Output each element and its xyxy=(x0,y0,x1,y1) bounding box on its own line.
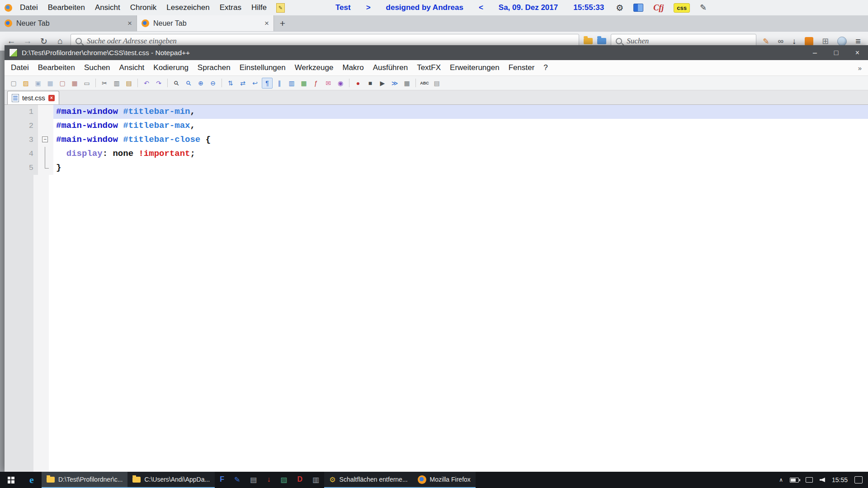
start-button[interactable] xyxy=(0,472,22,488)
npp-menu-erweiterungen[interactable]: Erweiterungen xyxy=(445,61,504,75)
doc-map-icon[interactable]: ▥ xyxy=(286,78,297,89)
firefox-menu-bearbeiten[interactable]: Bearbeiten xyxy=(43,1,90,14)
close-button[interactable]: × xyxy=(847,45,868,60)
forward-button[interactable]: → xyxy=(22,36,33,46)
highlighter-icon[interactable]: ✎ xyxy=(763,37,769,46)
npp-menu-suchen[interactable]: Suchen xyxy=(80,61,115,75)
print-icon[interactable]: ▭ xyxy=(81,78,92,89)
taskbar-button-firefox-window[interactable]: Mozilla Firefox xyxy=(413,472,476,488)
firefox-menu-hilfe[interactable]: Hilfe xyxy=(246,1,272,14)
taskbar-button-printer-app[interactable]: ▥ xyxy=(307,472,324,488)
code-line[interactable]: 5} xyxy=(5,161,868,175)
display-icon[interactable] xyxy=(806,477,813,483)
sync-vertical-icon[interactable]: ⇅ xyxy=(225,78,236,89)
macro-run-multiple-icon[interactable]: ≫ xyxy=(389,78,400,89)
editor-background[interactable] xyxy=(49,175,868,472)
code-editor[interactable]: 1#main-window #titlebar-min,2#main-windo… xyxy=(5,105,868,472)
back-button[interactable]: ← xyxy=(5,36,17,46)
menubar-overflow-chevron[interactable]: » xyxy=(858,64,866,72)
firefox-menu-lesezeichen[interactable]: Lesezeichen xyxy=(161,1,214,14)
new-tab-button[interactable]: + xyxy=(274,15,291,31)
open-file-icon[interactable]: ▨ xyxy=(20,78,31,89)
doc-switcher-icon[interactable]: ▦ xyxy=(298,78,309,89)
taskbar-clock[interactable]: 15:55 xyxy=(832,476,848,483)
close-file-icon[interactable]: ▢ xyxy=(57,78,68,89)
notepadpp-titlebar[interactable]: D:\Test\Profilordner\chrome\CSS\test.css… xyxy=(5,45,868,60)
tab-close-icon[interactable]: × xyxy=(264,19,269,28)
show-all-chars-icon[interactable]: ¶ xyxy=(262,78,273,89)
maximize-button[interactable]: □ xyxy=(826,45,847,60)
zoom-out-icon[interactable]: ⊖ xyxy=(208,78,218,89)
word-wrap-icon[interactable]: ↩ xyxy=(250,78,260,89)
browser-tab[interactable]: Neuer Tab× xyxy=(0,15,137,31)
npp-menu-item[interactable]: ? xyxy=(539,61,552,75)
taskbar-button-explorer-window[interactable]: C:\Users\Andi\AppDa... xyxy=(127,472,215,488)
macro-stop-icon[interactable]: ■ xyxy=(365,78,376,89)
fold-marker-open[interactable] xyxy=(38,133,53,147)
download-icon[interactable]: ↓ xyxy=(792,37,796,46)
taskbar-button-f-app[interactable]: F xyxy=(215,472,229,488)
sync-horizontal-icon[interactable]: ⇄ xyxy=(237,78,248,89)
firefox-menu-extras[interactable]: Extras xyxy=(215,1,246,14)
folder-blue-icon[interactable] xyxy=(597,38,606,44)
code-line[interactable]: 1#main-window #titlebar-min, xyxy=(5,105,868,119)
panel-icon[interactable] xyxy=(633,4,643,12)
notes-icon[interactable]: ✎ xyxy=(276,3,285,13)
firefox-menu-ansicht[interactable]: Ansicht xyxy=(90,1,125,14)
compose-icon[interactable]: ✎ xyxy=(700,3,707,13)
orange-addon-icon[interactable] xyxy=(805,37,813,46)
npp-menu-kodierung[interactable]: Kodierung xyxy=(149,61,193,75)
view-eye-icon[interactable]: ◉ xyxy=(335,78,346,89)
redo-icon[interactable]: ↷ xyxy=(153,78,164,89)
volume-icon[interactable] xyxy=(820,478,825,482)
taskbar-button-notepadpp-window[interactable]: D:\Test\Profilordner\c... xyxy=(42,472,127,488)
infinity-icon[interactable]: ∞ xyxy=(778,37,783,46)
home-button[interactable]: ⌂ xyxy=(54,36,66,46)
replace-icon[interactable]: ⚲ xyxy=(181,75,196,91)
npp-menu-datei[interactable]: Datei xyxy=(6,61,33,75)
editor-empty-area[interactable] xyxy=(5,175,868,472)
npp-menu-ansicht[interactable]: Ansicht xyxy=(115,61,149,75)
npp-menu-bearbeiten[interactable]: Bearbeiten xyxy=(33,61,80,75)
firefox-menu-datei[interactable]: Datei xyxy=(15,1,43,14)
paste-icon[interactable]: ▤ xyxy=(123,78,134,89)
macro-record-icon[interactable]: ● xyxy=(353,78,363,89)
taskbar-button-d-app[interactable]: D xyxy=(292,472,308,488)
npp-menu-einstellungen[interactable]: Einstellungen xyxy=(235,61,290,75)
cfj-addon-icon[interactable]: Cfj xyxy=(653,3,664,13)
battery-icon[interactable] xyxy=(790,478,799,483)
minimize-button[interactable]: – xyxy=(804,45,826,60)
edge-icon[interactable]: e xyxy=(22,472,42,488)
edit-config-icon[interactable]: ▤ xyxy=(431,78,442,89)
taskbar-button-quill-app[interactable]: ✎ xyxy=(229,472,245,488)
npp-menu-makro[interactable]: Makro xyxy=(338,61,368,75)
close-all-icon[interactable]: ▦ xyxy=(69,78,80,89)
spell-check-icon[interactable]: ABC xyxy=(419,78,430,89)
taskbar-button-photo-app[interactable]: ▨ xyxy=(275,472,292,488)
browser-tab[interactable]: Neuer Tab× xyxy=(137,15,274,31)
css-addon-badge[interactable]: css xyxy=(674,3,690,13)
tab-close-icon[interactable]: × xyxy=(127,19,132,28)
code-line[interactable]: 2#main-window #titlebar-max, xyxy=(5,119,868,133)
npp-menu-fenster[interactable]: Fenster xyxy=(504,61,539,75)
monitoring-icon[interactable]: ✉ xyxy=(323,78,334,89)
npp-menu-textfx[interactable]: TextFX xyxy=(412,61,445,75)
url-input[interactable] xyxy=(86,36,574,46)
new-file-icon[interactable]: ▢ xyxy=(8,78,19,89)
npp-menu-werkzeuge[interactable]: Werkzeuge xyxy=(290,61,338,75)
taskbar-button-notes-app[interactable]: ▤ xyxy=(245,472,262,488)
code-line[interactable]: 3#main-window #titlebar-close { xyxy=(5,133,868,147)
npp-menu-sprachen[interactable]: Sprachen xyxy=(193,61,235,75)
save-icon[interactable]: ▣ xyxy=(33,78,43,89)
tab-close-icon[interactable]: × xyxy=(48,95,55,101)
taskbar-button-downloader-app[interactable]: ↓ xyxy=(262,472,275,488)
search-input[interactable] xyxy=(626,36,751,46)
profile-icon[interactable] xyxy=(837,37,847,46)
macro-play-icon[interactable]: ▶ xyxy=(377,78,388,89)
cut-icon[interactable]: ✂ xyxy=(99,78,110,89)
hidden-icons-chevron[interactable]: ∧ xyxy=(779,477,783,483)
copy-icon[interactable]: ▥ xyxy=(111,78,122,89)
zoom-in-icon[interactable]: ⊕ xyxy=(195,78,206,89)
folder-orange-icon[interactable] xyxy=(584,38,593,44)
document-tab[interactable]: test.css × xyxy=(7,91,59,104)
